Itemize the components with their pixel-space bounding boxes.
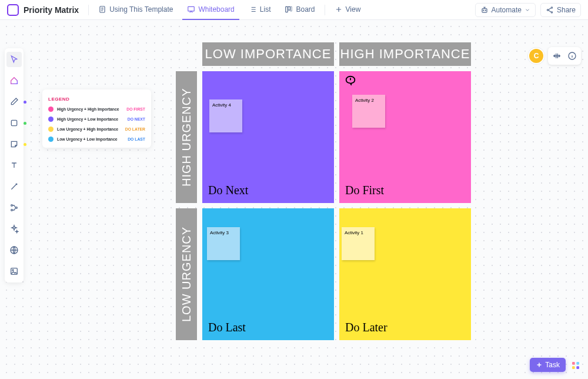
fit-width-icon bbox=[552, 51, 562, 61]
svg-point-6 bbox=[483, 10, 483, 11]
info-icon bbox=[567, 51, 577, 61]
globe-icon bbox=[9, 245, 19, 255]
cursor-icon bbox=[9, 55, 19, 64]
list-icon bbox=[249, 5, 257, 14]
tab-using-template[interactable]: Using This Template bbox=[93, 0, 178, 20]
share-icon bbox=[546, 6, 554, 14]
sticky-text: Activity 2 bbox=[355, 98, 374, 103]
svg-point-7 bbox=[485, 10, 486, 11]
collab-controls: C bbox=[529, 47, 581, 65]
legend-title: LEGEND bbox=[48, 97, 145, 102]
info-button[interactable] bbox=[566, 49, 579, 62]
svg-rect-1 bbox=[188, 6, 195, 11]
tab-list[interactable]: List bbox=[244, 0, 276, 20]
row-header-high-urgency[interactable]: HIGH URGENCY bbox=[176, 71, 197, 203]
svg-point-10 bbox=[551, 11, 552, 12]
chevron-down-icon bbox=[524, 7, 530, 13]
whiteboard-canvas[interactable]: C bbox=[0, 20, 588, 379]
ai-tool[interactable] bbox=[6, 221, 22, 237]
task-label: Task bbox=[545, 361, 560, 369]
image-tool[interactable] bbox=[6, 264, 22, 279]
tab-label: Board bbox=[296, 5, 315, 14]
text-tool[interactable] bbox=[6, 158, 22, 173]
doc-icon bbox=[98, 5, 106, 14]
legend-dot bbox=[48, 117, 54, 122]
shape-tool[interactable] bbox=[6, 115, 22, 131]
mindmap-tool[interactable] bbox=[6, 200, 22, 215]
legend-row: High Urgency + High Importance DO FIRST bbox=[48, 107, 145, 112]
col-header-low-importance[interactable]: LOW IMPORTANCE bbox=[202, 42, 334, 66]
tab-board[interactable]: Board bbox=[280, 0, 319, 20]
canvas-view-controls bbox=[548, 47, 581, 65]
tab-label: View bbox=[346, 5, 361, 14]
color-indicator bbox=[24, 122, 26, 125]
automate-label: Automate bbox=[492, 6, 522, 14]
share-label: Share bbox=[557, 6, 576, 14]
legend-row: Low Urgency + High Importance DO LATER bbox=[48, 127, 145, 132]
image-icon bbox=[9, 267, 19, 276]
header-bar: Priority Matrix Using This Template Whit… bbox=[0, 0, 588, 20]
square-icon bbox=[9, 118, 19, 128]
plus-icon bbox=[335, 5, 343, 14]
quadrant-label: Do Last bbox=[208, 321, 246, 334]
pen-tool[interactable] bbox=[6, 94, 22, 109]
sticky-activity-3[interactable]: Activity 3 bbox=[207, 227, 240, 260]
tab-label: List bbox=[260, 5, 271, 14]
legend-card[interactable]: LEGEND High Urgency + High Importance DO… bbox=[42, 89, 151, 148]
legend-dot bbox=[48, 137, 54, 142]
robot-icon bbox=[480, 6, 489, 14]
sticky-activity-1[interactable]: Activity 1 bbox=[342, 227, 375, 260]
connector-icon bbox=[9, 182, 19, 191]
quadrant-do-next[interactable]: Activity 4 Do Next bbox=[202, 71, 334, 203]
legend-dot bbox=[48, 127, 54, 132]
text-icon bbox=[9, 161, 19, 170]
row-header-low-urgency[interactable]: LOW URGENCY bbox=[176, 208, 197, 340]
tab-label: Whiteboard bbox=[198, 5, 234, 14]
legend-action: DO LATER bbox=[125, 127, 145, 131]
legend-row: High Urgency + Low Importance DO NEXT bbox=[48, 117, 145, 122]
automate-button[interactable]: Automate bbox=[475, 3, 536, 17]
header-right: Automate Share bbox=[475, 3, 581, 17]
svg-rect-4 bbox=[290, 6, 292, 11]
share-button[interactable]: Share bbox=[540, 3, 581, 17]
sticky-activity-4[interactable]: Activity 4 bbox=[209, 99, 242, 132]
pen-icon bbox=[9, 97, 19, 107]
svg-point-13 bbox=[11, 205, 13, 207]
fit-width-button[interactable] bbox=[550, 49, 563, 62]
color-indicator bbox=[24, 101, 26, 104]
plus-icon bbox=[536, 361, 543, 368]
sticky-tool[interactable] bbox=[6, 137, 22, 152]
sticky-text: Activity 1 bbox=[345, 230, 363, 235]
tab-whiteboard[interactable]: Whiteboard bbox=[182, 0, 239, 20]
quadrant-label: Do First bbox=[345, 184, 384, 197]
svg-point-8 bbox=[551, 6, 552, 8]
quadrant-do-last[interactable]: Activity 3 Do Last bbox=[202, 208, 334, 340]
sticky-activity-2[interactable]: Activity 2 bbox=[352, 95, 385, 128]
home-tool[interactable] bbox=[6, 73, 22, 88]
svg-rect-2 bbox=[286, 6, 288, 12]
tab-add-view[interactable]: View bbox=[330, 0, 366, 20]
mindmap-icon bbox=[9, 203, 19, 212]
left-toolbar bbox=[5, 48, 24, 282]
board-icon bbox=[285, 5, 293, 14]
connector-tool[interactable] bbox=[6, 179, 22, 194]
sparkle-icon bbox=[9, 224, 19, 234]
quadrant-do-first[interactable]: Activity 2 Do First bbox=[339, 71, 471, 203]
svg-rect-12 bbox=[11, 120, 16, 125]
home-gradient-icon bbox=[9, 76, 19, 85]
svg-rect-19 bbox=[572, 362, 575, 365]
apps-button[interactable] bbox=[569, 359, 582, 372]
avatar[interactable]: C bbox=[529, 49, 543, 63]
workspace-icon[interactable] bbox=[7, 4, 19, 16]
web-tool[interactable] bbox=[6, 242, 22, 258]
legend-dot bbox=[48, 107, 54, 112]
select-tool[interactable] bbox=[6, 52, 22, 67]
svg-point-9 bbox=[547, 9, 548, 10]
quadrant-label: Do Later bbox=[345, 321, 387, 334]
legend-label: Low Urgency + High Importance bbox=[57, 127, 118, 131]
sticky-text: Activity 4 bbox=[212, 102, 231, 108]
new-task-button[interactable]: Task bbox=[530, 358, 566, 372]
quadrant-do-later[interactable]: Activity 1 Do Later bbox=[339, 208, 471, 340]
col-header-high-importance[interactable]: HIGH IMPORTANCE bbox=[339, 42, 471, 66]
svg-rect-21 bbox=[572, 366, 575, 369]
